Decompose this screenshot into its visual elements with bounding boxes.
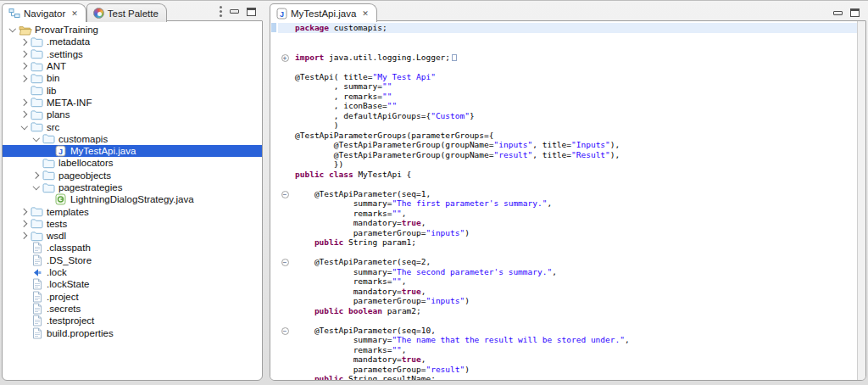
chevron-spacer [19,319,30,323]
code-editor[interactable]: package customapis;+import java.util.log… [278,21,857,380]
text-file-icon [30,327,44,339]
fold-gutter [278,23,292,33]
fold-gutter [278,131,292,141]
tab-test-palette[interactable]: Test Palette [86,3,167,22]
code-line: − @TestApiParameter(seq=2, [278,257,857,267]
fold-gutter [278,33,292,43]
chevron-spacer [31,161,42,165]
tree-item-pagestrategies[interactable]: pagestrategies [3,181,262,193]
code-line-text: public String param1; [292,237,416,248]
chevron-open-icon[interactable] [19,126,30,129]
tree-item-provartraining[interactable]: ProvarTraining [3,24,262,36]
code-line: mandatory=true, [278,287,857,297]
fold-collapse-icon[interactable]: − [278,257,292,267]
fold-collapse-icon[interactable]: − [278,189,292,199]
tree-item-ant[interactable]: ANT [3,60,262,72]
chevron-closed-icon[interactable] [19,221,30,226]
tree-item-mytestapi-java[interactable]: JMyTestApi.java [3,145,262,157]
tree-item-classpath[interactable]: .classpath [3,242,262,254]
tree-item-src[interactable]: src [3,120,262,132]
view-menu-icon[interactable] [220,6,222,17]
fold-expand-icon[interactable]: + [278,53,292,63]
tree-item-lib[interactable]: lib [3,84,262,96]
chevron-closed-icon[interactable] [19,233,30,238]
code-line: remarks="", [278,209,857,219]
chevron-closed-icon[interactable] [19,100,30,105]
tree-item-templates[interactable]: templates [3,205,262,217]
fold-gutter [278,62,292,72]
tree-item-meta-inf[interactable]: META-INF [3,97,262,109]
fold-gutter [278,209,292,219]
tree-item-wsdl[interactable]: wsdl [3,230,262,242]
chevron-closed-icon[interactable] [19,112,30,117]
chevron-closed-icon[interactable] [19,52,30,57]
text-file-icon [30,303,44,315]
tree-item-settings[interactable]: .settings [3,48,262,60]
tree-item-label: .project [47,292,79,302]
fold-gutter [278,218,292,228]
fold-collapse-icon[interactable]: − [278,326,292,336]
code-line-text: @TestApiParameter(seq=10, [292,326,436,336]
tree-item-lightningdialogstrategy-java[interactable]: LightningDialogStrategy.java [3,193,262,205]
code-line-text: remarks="", [292,345,407,355]
close-icon[interactable]: ✕ [362,9,369,18]
tree-item-labellocators[interactable]: labellocators [3,157,262,169]
code-line: remarks="", [278,276,857,287]
tree-item-project[interactable]: .project [3,291,262,303]
chevron-open-icon[interactable] [31,186,42,189]
code-line: , remarks="" [278,92,857,102]
code-line: − @TestApiParameter(seq=10, [278,326,857,336]
file-tree[interactable]: ProvarTraining.metadata.settingsANTbinli… [2,20,263,381]
code-line: @TestApiParameterGroup(groupName="result… [278,150,857,160]
overview-ruler[interactable] [857,21,865,380]
folder-icon [42,182,56,193]
tab-mytestapi-java[interactable]: J MyTestApi.java ✕ [270,3,377,22]
code-line [278,248,857,258]
annotation-ruler[interactable] [270,21,278,380]
code-line-text: , remarks="" [292,92,392,102]
chevron-closed-icon[interactable] [31,173,42,178]
code-line: public class MyTestApi { [278,170,857,180]
chevron-closed-icon[interactable] [19,64,30,69]
java-green-file-icon [53,193,68,205]
fold-gutter [278,120,292,131]
chevron-open-icon[interactable] [7,28,18,31]
minimize-icon[interactable] [833,11,843,15]
tree-item-build-properties[interactable]: build.properties [3,326,262,338]
code-line-text: summary="The name that the result will b… [292,335,630,345]
code-line: , iconBase="" [278,101,857,111]
minimize-icon[interactable] [230,9,239,14]
fold-gutter [278,345,292,355]
tree-item-bin[interactable]: bin [3,72,262,84]
chevron-closed-icon[interactable] [19,209,30,215]
tree-item-label: .testproject [47,315,94,326]
tab-navigator[interactable]: Navigator ✕ [2,3,86,22]
maximize-icon[interactable] [247,8,256,16]
close-icon[interactable]: ✕ [71,9,78,18]
tree-item-lockstate[interactable]: .lockState [3,278,262,290]
chevron-spacer [42,198,53,202]
tree-item-metadata[interactable]: .metadata [3,36,262,47]
code-line [278,33,857,43]
chevron-closed-icon[interactable] [19,76,30,81]
fold-gutter [278,315,292,326]
text-file-icon [30,315,44,326]
tree-item-secrets[interactable]: .secrets [3,303,262,315]
code-line-text: @TestApiParameter(seq=2, [292,257,431,267]
tree-item-lock[interactable]: .lock [3,266,262,278]
text-file-icon [30,278,44,290]
tree-item-tests[interactable]: tests [3,218,262,230]
fold-gutter [278,276,292,287]
maximize-icon[interactable] [850,8,860,17]
tree-item-testproject[interactable]: .testproject [3,315,262,326]
code-line: public boolean param2; [278,306,857,316]
chevron-closed-icon[interactable] [19,40,30,45]
tree-item-plans[interactable]: plans [3,109,262,120]
tree-item-customapis[interactable]: customapis [3,133,262,145]
folder-icon [30,73,44,84]
tree-item-ds-store[interactable]: .DS_Store [3,254,262,266]
fold-gutter [278,42,292,53]
chevron-open-icon[interactable] [31,137,42,141]
tree-item-pageobjects[interactable]: pageobjects [3,170,262,181]
collapsed-region-box[interactable] [452,54,457,61]
